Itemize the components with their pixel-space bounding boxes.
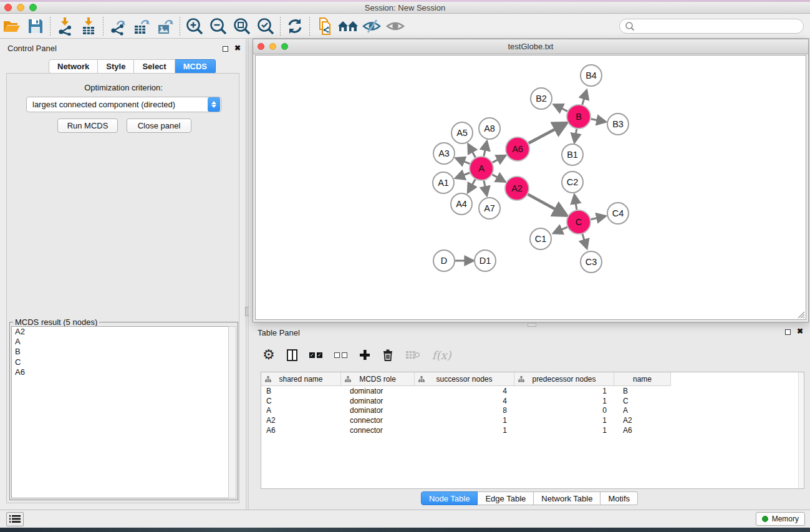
edge-B-B2[interactable]	[555, 105, 567, 112]
import-table-button[interactable]	[77, 16, 100, 37]
close-panel-button[interactable]: Close panel	[127, 118, 191, 133]
float-panel-icon[interactable]	[223, 46, 228, 52]
search-field[interactable]	[619, 19, 804, 34]
graph-node-A8[interactable]: A8	[479, 118, 500, 139]
graph-node-C2[interactable]: C2	[562, 172, 583, 193]
open-session-button[interactable]	[0, 16, 24, 37]
edge-C-C1[interactable]	[555, 227, 567, 233]
mcds-result-list[interactable]: A2ABCA6	[11, 326, 229, 498]
graph-node-C4[interactable]: C4	[607, 203, 629, 224]
edge-A2-C[interactable]	[528, 195, 565, 215]
table-row[interactable]: A2connector11A2	[261, 415, 804, 425]
search-input[interactable]	[637, 20, 803, 32]
close-panel-icon[interactable]: ✖	[234, 46, 241, 51]
result-item[interactable]: A2	[12, 327, 228, 337]
export-table-button[interactable]	[130, 16, 153, 37]
select-all-button[interactable]: ✓ ✓	[309, 352, 322, 358]
edge-A-A1[interactable]	[457, 173, 470, 178]
tab-network-table[interactable]: Network Table	[534, 491, 600, 505]
graph-node-D1[interactable]: D1	[475, 250, 496, 271]
table-row[interactable]: Adominator80A	[261, 406, 804, 416]
home-button[interactable]	[336, 16, 360, 37]
graph-node-D[interactable]: D	[433, 250, 455, 271]
copy-network-button[interactable]	[312, 16, 336, 37]
result-item[interactable]: C	[12, 357, 228, 367]
tab-network[interactable]: Network	[49, 59, 98, 74]
edge-A6-B[interactable]	[529, 124, 565, 143]
graph-node-A7[interactable]: A7	[479, 198, 500, 219]
table-scrollbar[interactable]	[798, 372, 804, 488]
function-builder-button[interactable]: f(x)	[432, 349, 451, 362]
memory-button[interactable]: Memory	[756, 512, 805, 526]
graph-node-A6[interactable]: A6	[506, 137, 529, 161]
graph-node-A5[interactable]: A5	[451, 122, 473, 143]
table-row[interactable]: Bdominator41B	[261, 386, 804, 396]
result-item[interactable]: A	[12, 337, 228, 347]
delete-table-button[interactable]	[405, 350, 420, 360]
float-table-panel-icon[interactable]	[785, 329, 791, 335]
close-table-panel-icon[interactable]: ✖	[797, 329, 803, 334]
zoom-in-button[interactable]	[183, 16, 206, 37]
edge-A-A7[interactable]	[484, 181, 486, 195]
column-header-shared-name[interactable]: shared name	[261, 372, 341, 386]
table-row[interactable]: Cdominator41C	[261, 396, 804, 406]
graph-node-B4[interactable]: B4	[581, 65, 602, 86]
refresh-button[interactable]	[283, 16, 307, 37]
graph-node-A1[interactable]: A1	[433, 172, 454, 193]
show-eye-button[interactable]	[383, 16, 407, 37]
result-item[interactable]: A6	[12, 367, 228, 377]
edge-C-C2[interactable]	[575, 196, 577, 210]
network-window-titlebar[interactable]: testGlobe.txt	[253, 39, 808, 54]
graph-node-C[interactable]: C	[567, 210, 591, 234]
column-header-MCDS-role[interactable]: MCDS role	[341, 372, 415, 386]
zoom-selected-button[interactable]	[254, 16, 277, 37]
column-header-successor-nodes[interactable]: successor nodes	[415, 372, 514, 386]
graph-node-A2[interactable]: A2	[505, 177, 529, 200]
graph-node-B[interactable]: B	[567, 105, 591, 128]
zoom-fit-button[interactable]	[230, 16, 254, 37]
graph-node-C1[interactable]: C1	[530, 228, 551, 249]
network-canvas[interactable]: B4B2BB3A5A8A6A3AB1A1A2C2A4A7C4CC1DD1C3	[255, 55, 806, 320]
graph-node-B1[interactable]: B1	[562, 144, 583, 165]
graph-node-B2[interactable]: B2	[531, 88, 552, 109]
network-graph[interactable]: B4B2BB3A5A8A6A3AB1A1A2C2A4A7C4CC1DD1C3	[256, 56, 806, 319]
settings-gear-button[interactable]: ⚙	[263, 348, 275, 362]
edge-A-A6[interactable]	[493, 156, 504, 162]
edge-B-B3[interactable]	[591, 119, 605, 122]
tab-style[interactable]: Style	[98, 59, 134, 74]
tab-select[interactable]: Select	[134, 59, 175, 74]
edge-B-B4[interactable]	[582, 92, 586, 105]
window-resize-grip[interactable]	[797, 311, 805, 319]
tab-motifs[interactable]: Motifs	[600, 491, 638, 505]
save-session-button[interactable]	[24, 16, 47, 37]
run-mcds-button[interactable]: Run MCDS	[57, 118, 118, 133]
node-table[interactable]: shared nameMCDS rolesuccessor nodesprede…	[261, 372, 804, 489]
graph-node-B3[interactable]: B3	[607, 114, 629, 135]
hide-eye-button[interactable]	[360, 16, 383, 37]
edge-C-C3[interactable]	[582, 234, 587, 247]
add-column-button[interactable]	[359, 349, 370, 360]
export-network-button[interactable]	[106, 16, 130, 37]
edge-C-C4[interactable]	[591, 216, 604, 220]
zoom-out-button[interactable]	[206, 16, 230, 37]
graph-node-C3[interactable]: C3	[581, 251, 602, 273]
import-network-button[interactable]	[53, 16, 77, 37]
edge-A-A3[interactable]	[457, 158, 470, 163]
edge-B-B1[interactable]	[575, 129, 577, 142]
tab-edge-table[interactable]: Edge Table	[478, 491, 534, 505]
deselect-all-button[interactable]	[334, 352, 347, 358]
tab-node-table[interactable]: Node Table	[421, 491, 478, 505]
result-list-scrollbar[interactable]	[228, 326, 236, 498]
column-header-predecessor-nodes[interactable]: predecessor nodes	[514, 372, 614, 386]
criterion-select[interactable]: largest connected component (directed)	[26, 97, 221, 112]
edge-A-A4[interactable]	[468, 179, 475, 191]
column-header-name[interactable]: name	[614, 372, 671, 386]
graph-node-A4[interactable]: A4	[451, 193, 472, 215]
result-item[interactable]: B	[12, 347, 228, 357]
delete-column-button[interactable]	[382, 349, 393, 361]
table-row[interactable]: A6connector11A6	[261, 425, 804, 435]
graph-node-A3[interactable]: A3	[433, 143, 455, 164]
show-panels-button[interactable]	[6, 512, 24, 526]
column-layout-button[interactable]	[287, 349, 297, 361]
edge-A-A2[interactable]	[492, 175, 504, 181]
